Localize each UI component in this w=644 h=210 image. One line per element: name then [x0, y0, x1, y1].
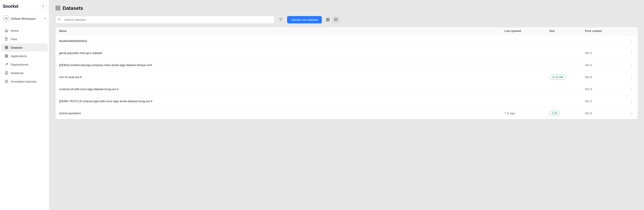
- table-row[interactable]: [DEMO TEST] clf-contract-type-with-error…: [56, 95, 638, 107]
- row-actions: ⋮: [625, 110, 634, 116]
- row-more-button[interactable]: ⋮: [629, 38, 634, 44]
- row-actions: ⋮: [625, 86, 634, 92]
- row-first-created: Oct 3: [585, 75, 625, 79]
- sidebar-collapse-button[interactable]: [40, 3, 46, 9]
- sidebar-item-files-label: Files: [11, 37, 17, 41]
- table-row[interactable]: [DEMO] snorkel-seq-tag-company-news-anni…: [56, 59, 638, 71]
- upload-new-dataset-button[interactable]: Upload new dataset: [287, 16, 322, 23]
- sidebar-item-home-label: Home: [11, 29, 19, 32]
- table-row[interactable]: mm-hc-eval-oct-4 14.42 MB Oct 3 ⋮: [56, 71, 638, 83]
- applications-icon: [4, 54, 8, 58]
- col-header-last-opened: Last opened: [504, 29, 549, 33]
- row-first-created: Oct 3: [585, 111, 625, 115]
- collapse-icon: [42, 5, 45, 8]
- svg-rect-20: [328, 20, 330, 21]
- row-actions: ⋮: [625, 62, 634, 68]
- page-header: Datasets: [56, 5, 638, 11]
- view-toggle-group: [324, 16, 340, 23]
- notebook-icon: [4, 71, 8, 75]
- svg-rect-13: [58, 6, 60, 7]
- home-icon: [4, 29, 8, 33]
- size-badge: 14.42 MB: [549, 75, 566, 80]
- row-first-created: Oct 3: [585, 51, 625, 55]
- toolbar: Upload new dataset: [56, 16, 638, 24]
- page-title: Datasets: [62, 5, 83, 11]
- row-size: 2 KB: [549, 111, 585, 116]
- row-more-button[interactable]: ⋮: [629, 62, 634, 68]
- sidebar-item-notebook-label: Notebook: [11, 71, 24, 75]
- list-view-button[interactable]: [332, 16, 340, 23]
- workspace-selector[interactable]: Default Workspace ▾: [0, 13, 49, 24]
- sidebar-item-deployments[interactable]: Deployments: [1, 60, 48, 69]
- svg-rect-3: [7, 46, 8, 47]
- table-row[interactable]: genai-populator-test-qa-1-dataset Oct 3 …: [56, 47, 638, 59]
- sidebar-item-notebook[interactable]: Notebook: [1, 69, 48, 77]
- sidebar-item-files[interactable]: Files: [1, 35, 48, 43]
- sidebar-item-home[interactable]: Home: [1, 26, 48, 35]
- list-view-icon: [334, 18, 338, 21]
- search-container: [56, 16, 274, 24]
- row-more-button[interactable]: ⋮: [629, 86, 634, 92]
- row-more-button[interactable]: ⋮: [629, 98, 634, 104]
- row-more-button[interactable]: ⋮: [629, 74, 634, 80]
- row-first-created: Oct 3: [585, 63, 625, 67]
- datasets-icon: [4, 46, 8, 50]
- table-row[interactable]: contract-clf-with-error-tags-dataset-tru…: [56, 83, 638, 95]
- grid-view-button[interactable]: [324, 16, 332, 23]
- logo: Snorkel: [3, 4, 18, 9]
- row-actions: ⋮: [625, 74, 634, 80]
- sidebar-item-datasets-label: Datasets: [11, 46, 22, 49]
- search-input[interactable]: [56, 16, 274, 24]
- deployments-icon: [4, 63, 8, 67]
- sidebar-item-deployments-label: Deployments: [11, 63, 28, 66]
- sidebar-item-annotation-batches-label: Annotation batches: [11, 80, 37, 83]
- col-header-first-created: First created: [585, 29, 625, 33]
- table-header: Name Last opened Size First created: [56, 27, 638, 35]
- svg-rect-15: [58, 8, 60, 10]
- sidebar-item-applications-label: Applications: [11, 54, 27, 58]
- filter-icon: [279, 18, 283, 21]
- sidebar-item-datasets[interactable]: Datasets: [1, 43, 48, 52]
- sidebar-item-annotation-batches[interactable]: Annotation batches: [1, 77, 48, 86]
- row-name: mm-hc-eval-oct-4: [59, 75, 504, 79]
- row-name: genai-populator-test-qa-1-dataset: [59, 51, 504, 55]
- row-first-created: Oct 3: [585, 88, 625, 91]
- sidebar: Snorkel Default Workspace ▾ Home: [0, 0, 49, 210]
- svg-rect-14: [56, 8, 58, 10]
- main-content-area: Datasets Upload new dataset: [49, 0, 644, 210]
- table-row[interactable]: fdsafdsafdsfdsfdsfdsa ⋮: [56, 35, 638, 47]
- col-header-actions: [625, 29, 634, 33]
- datasets-page: Datasets Upload new dataset: [49, 0, 644, 210]
- row-name: [DEMO] snorkel-seq-tag-company-news-anni…: [59, 63, 504, 67]
- row-name: school-questions: [59, 111, 504, 115]
- workspace-name: Default Workspace: [11, 17, 43, 20]
- svg-rect-1: [5, 38, 7, 40]
- svg-rect-5: [7, 48, 8, 49]
- svg-rect-7: [7, 55, 8, 56]
- filter-button[interactable]: [277, 16, 285, 24]
- sidebar-header: Snorkel: [0, 0, 49, 13]
- row-actions: ⋮: [625, 98, 634, 104]
- workspace-icon: [3, 15, 10, 22]
- grid-view-icon: [326, 18, 330, 21]
- sidebar-item-applications[interactable]: Applications: [1, 52, 48, 60]
- svg-rect-12: [56, 6, 58, 7]
- datasets-table: Name Last opened Size First created fdsa…: [56, 27, 638, 119]
- row-actions: ⋮: [625, 50, 634, 56]
- workspace-chevron-icon: ▾: [44, 17, 46, 20]
- row-size: 14.42 MB: [549, 75, 585, 80]
- size-badge: 2 KB: [549, 111, 560, 116]
- row-more-button[interactable]: ⋮: [629, 50, 634, 56]
- datasets-page-icon: [56, 5, 60, 11]
- table-row[interactable]: school-questions 7 hr ago 2 KB Oct 3 ⋮: [56, 107, 638, 119]
- svg-rect-19: [326, 20, 328, 21]
- svg-rect-18: [328, 18, 330, 19]
- row-actions: ⋮: [625, 38, 634, 44]
- row-name: [DEMO TEST] clf-contract-type-with-error…: [59, 100, 504, 103]
- col-header-name: Name: [59, 29, 504, 33]
- table-body: fdsafdsafdsfdsfdsfdsa ⋮ genai-populator-…: [56, 35, 638, 119]
- row-more-button[interactable]: ⋮: [629, 110, 634, 116]
- svg-rect-17: [326, 18, 328, 19]
- row-name: fdsafdsafdsfdsfdsfdsa: [59, 39, 504, 43]
- nav-menu: Home Files Datasets: [0, 24, 49, 88]
